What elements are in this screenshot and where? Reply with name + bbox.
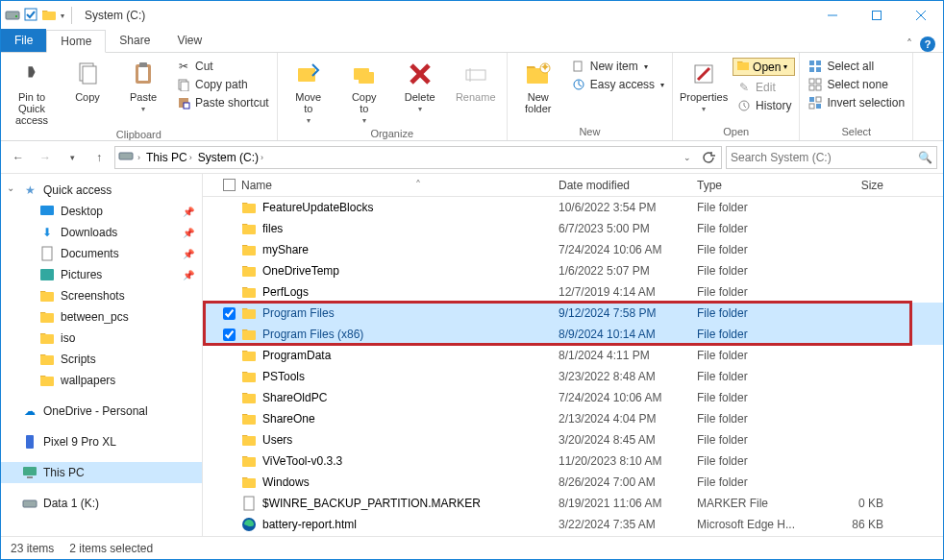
- column-date[interactable]: Date modified: [559, 179, 697, 192]
- breadcrumb-drive[interactable]: System (C:)›: [196, 151, 265, 164]
- file-row[interactable]: ViVeTool-v0.3.311/20/2023 8:10 AMFile fo…: [203, 450, 943, 472]
- file-row[interactable]: Recovery.txt6/18/2022 5:30 PMText Docume…: [203, 535, 943, 536]
- svg-rect-38: [809, 85, 814, 90]
- sidebar-downloads[interactable]: ⬇Downloads📌: [1, 222, 202, 243]
- view-tab[interactable]: View: [163, 29, 215, 52]
- file-row[interactable]: ShareOldPC7/24/2024 10:06 AMFile folder: [203, 387, 943, 408]
- file-row[interactable]: Users3/20/2024 8:45 AMFile folder: [203, 429, 943, 450]
- row-checkbox[interactable]: [216, 307, 241, 320]
- file-name: ShareOne: [262, 412, 315, 426]
- file-row[interactable]: Program Files (x86)8/9/2024 10:14 AMFile…: [203, 324, 943, 345]
- navigation-pane[interactable]: ⌄★Quick access Desktop📌 ⬇Downloads📌 Docu…: [1, 174, 203, 536]
- paste-button[interactable]: Paste▾: [116, 57, 170, 115]
- sidebar-quick-access[interactable]: ⌄★Quick access: [1, 180, 202, 201]
- qat-checkbox-icon[interactable]: [24, 8, 37, 24]
- paste-shortcut-button[interactable]: Paste shortcut: [172, 94, 273, 111]
- svg-rect-48: [40, 292, 54, 302]
- file-row[interactable]: Windows8/26/2024 7:00 AMFile folder: [203, 472, 943, 493]
- new-item-button[interactable]: New item▾: [567, 58, 668, 75]
- file-row[interactable]: Program Files9/12/2024 7:58 PMFile folde…: [203, 303, 943, 324]
- recent-dropdown[interactable]: ▾: [61, 146, 84, 169]
- header-checkbox[interactable]: [216, 179, 241, 191]
- search-box[interactable]: 🔍: [726, 146, 937, 169]
- pin-quick-access-button[interactable]: Pin to Quick access: [5, 57, 59, 128]
- sidebar-screenshots[interactable]: Screenshots: [1, 285, 202, 306]
- file-row[interactable]: PSTools3/23/2022 8:48 AMFile folder: [203, 366, 943, 387]
- refresh-button[interactable]: [699, 148, 718, 167]
- copy-path-button[interactable]: Copy path: [172, 76, 273, 93]
- file-date: 6/7/2023 5:00 PM: [559, 222, 697, 235]
- column-type[interactable]: Type: [697, 179, 820, 192]
- history-button[interactable]: History: [733, 97, 795, 114]
- file-rows[interactable]: FeatureUpdateBlocks10/6/2022 3:54 PMFile…: [203, 197, 943, 536]
- edge-icon: [241, 517, 257, 532]
- move-to-button[interactable]: Move to▾: [282, 57, 335, 127]
- sidebar-between-pcs[interactable]: between_pcs: [1, 306, 202, 328]
- sidebar-pictures[interactable]: Pictures📌: [1, 264, 202, 285]
- sidebar-iso[interactable]: iso: [1, 328, 202, 349]
- forward-button[interactable]: →: [34, 146, 57, 169]
- svg-rect-14: [181, 82, 188, 91]
- sidebar-wallpapers[interactable]: wallpapers: [1, 370, 202, 391]
- sidebar-data1[interactable]: Data 1 (K:): [1, 493, 202, 514]
- delete-button[interactable]: Delete▾: [393, 57, 447, 115]
- easy-access-button[interactable]: Easy access▾: [567, 76, 668, 93]
- maximize-button[interactable]: [855, 1, 899, 30]
- address-bar[interactable]: › This PC› System (C:)› ⌄: [114, 146, 722, 169]
- invert-selection-button[interactable]: Invert selection: [804, 94, 908, 111]
- sidebar-scripts[interactable]: Scripts: [1, 349, 202, 370]
- sidebar-desktop[interactable]: Desktop📌: [1, 201, 202, 222]
- file-row[interactable]: ShareOne2/13/2024 4:04 PMFile folder: [203, 408, 943, 429]
- select-all-button[interactable]: Select all: [804, 58, 908, 75]
- file-row[interactable]: battery-report.html3/22/2024 7:35 AMMicr…: [203, 514, 943, 535]
- sidebar-pixel[interactable]: Pixel 9 Pro XL: [1, 431, 202, 452]
- new-folder-button[interactable]: ✦New folder: [511, 57, 565, 116]
- cut-button[interactable]: ✂Cut: [172, 58, 273, 75]
- file-date: 3/20/2024 8:45 AM: [559, 433, 697, 447]
- column-size[interactable]: Size: [820, 179, 883, 192]
- properties-button[interactable]: Properties▾: [677, 57, 731, 115]
- minimize-button[interactable]: [810, 1, 855, 30]
- qat-dropdown-icon[interactable]: ▾: [61, 12, 64, 20]
- breadcrumb-thispc[interactable]: This PC›: [144, 151, 194, 164]
- copy-button[interactable]: Copy: [61, 57, 114, 105]
- file-name: PerfLogs: [262, 285, 309, 299]
- up-button[interactable]: ↑: [87, 146, 111, 169]
- file-row[interactable]: OneDriveTemp1/6/2022 5:07 PMFile folder: [203, 260, 943, 281]
- svg-rect-33: [816, 61, 821, 65]
- file-tab[interactable]: File: [1, 29, 46, 52]
- breadcrumb-root-chevron[interactable]: ›: [136, 153, 142, 162]
- back-button[interactable]: ←: [7, 146, 30, 169]
- clipboard-label: Clipboard: [5, 128, 273, 141]
- file-row[interactable]: PerfLogs12/7/2019 4:14 AMFile folder: [203, 281, 943, 303]
- sidebar-documents[interactable]: Documents📌: [1, 243, 202, 264]
- qat-folder-icon[interactable]: [41, 8, 57, 24]
- select-none-button[interactable]: Select none: [804, 76, 908, 93]
- status-selected: 2 items selected: [69, 542, 153, 555]
- rename-button[interactable]: Rename: [449, 57, 503, 105]
- copy-to-button[interactable]: Copy to▾: [337, 57, 391, 127]
- address-dropdown[interactable]: ⌄: [678, 148, 697, 167]
- svg-rect-11: [138, 67, 148, 81]
- edit-button[interactable]: ✎Edit: [733, 79, 795, 96]
- help-icon[interactable]: ?: [920, 37, 935, 52]
- svg-rect-36: [809, 79, 814, 84]
- search-input[interactable]: [731, 151, 918, 164]
- close-button[interactable]: [899, 1, 943, 30]
- file-row[interactable]: myShare7/24/2024 10:06 AMFile folder: [203, 239, 943, 260]
- open-button[interactable]: Open▾: [733, 58, 795, 76]
- home-tab[interactable]: Home: [46, 30, 106, 53]
- column-name[interactable]: Name˄: [241, 179, 559, 192]
- file-row[interactable]: files6/7/2023 5:00 PMFile folder: [203, 218, 943, 239]
- share-tab[interactable]: Share: [106, 29, 163, 52]
- file-row[interactable]: $WINRE_BACKUP_PARTITION.MARKER8/19/2021 …: [203, 493, 943, 514]
- sidebar-onedrive[interactable]: ☁OneDrive - Personal: [1, 401, 202, 422]
- file-row[interactable]: FeatureUpdateBlocks10/6/2022 3:54 PMFile…: [203, 197, 943, 218]
- collapse-ribbon-icon[interactable]: ˄: [907, 37, 912, 51]
- row-checkbox[interactable]: [216, 329, 241, 341]
- svg-rect-12: [139, 62, 147, 67]
- folder-icon: [241, 305, 257, 321]
- file-row[interactable]: ProgramData8/1/2024 4:11 PMFile folder: [203, 345, 943, 366]
- folder-icon: [241, 390, 257, 405]
- sidebar-thispc[interactable]: This PC: [1, 462, 202, 483]
